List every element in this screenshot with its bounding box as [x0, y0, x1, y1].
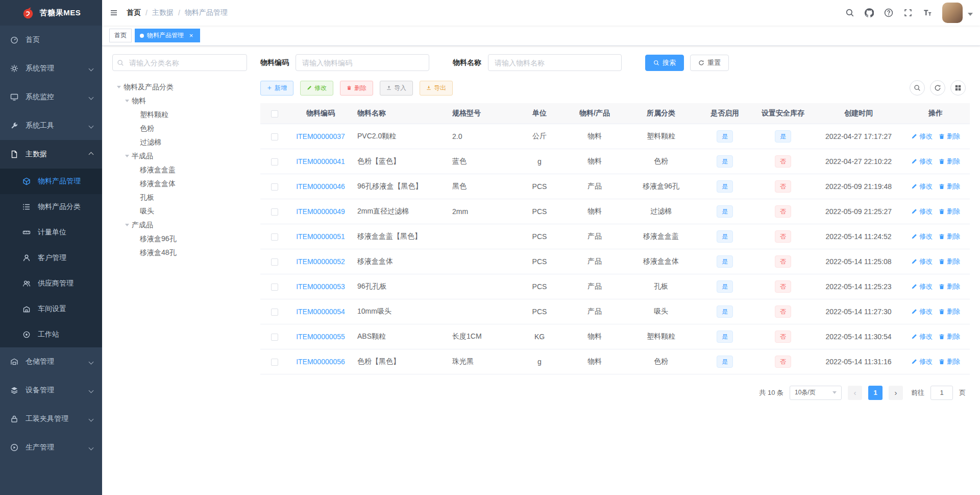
- app-logo[interactable]: 苦糖果MES: [0, 0, 102, 26]
- row-checkbox[interactable]: [271, 309, 278, 316]
- next-page-button[interactable]: [889, 386, 903, 400]
- add-button[interactable]: 新增: [260, 81, 293, 96]
- delete-link[interactable]: 删除: [939, 157, 960, 166]
- tree-node[interactable]: 塑料颗粒: [112, 108, 247, 122]
- delete-link[interactable]: 删除: [939, 357, 960, 366]
- item-code-link[interactable]: ITEM00000046: [296, 182, 345, 191]
- edit-link[interactable]: 修改: [911, 157, 933, 166]
- column-settings-button[interactable]: [950, 80, 966, 96]
- edit-link[interactable]: 修改: [911, 282, 933, 291]
- edit-link[interactable]: 修改: [911, 232, 933, 241]
- tree-node[interactable]: 产成品: [112, 218, 247, 232]
- sidebar-item-system-monitor[interactable]: 系统监控: [0, 83, 102, 111]
- tree-node[interactable]: 移液盒盒体: [112, 177, 247, 191]
- refresh-button[interactable]: [930, 80, 945, 96]
- tree-node[interactable]: 移液盒盒盖: [112, 163, 247, 177]
- search-button[interactable]: 搜索: [645, 55, 684, 71]
- sidebar-item-equipment-mgmt[interactable]: 设备管理: [0, 376, 102, 405]
- tree-node[interactable]: 移液盒48孔: [112, 246, 247, 260]
- sidebar-item-tooling-fixture-mgmt[interactable]: 工装夹具管理: [0, 405, 102, 433]
- tree-node[interactable]: 吸头: [112, 204, 247, 218]
- hamburger-icon[interactable]: [102, 0, 126, 26]
- help-icon[interactable]: [880, 0, 897, 26]
- font-size-icon[interactable]: [919, 0, 936, 26]
- edit-link[interactable]: 修改: [911, 257, 933, 266]
- sidebar-item-material-product-category[interactable]: 物料产品分类: [0, 194, 102, 220]
- row-checkbox[interactable]: [271, 284, 278, 291]
- close-icon[interactable]: [187, 32, 195, 39]
- row-checkbox[interactable]: [271, 334, 278, 341]
- tab-material-product-mgmt[interactable]: 物料产品管理: [135, 29, 200, 42]
- delete-link[interactable]: 删除: [939, 207, 960, 216]
- row-checkbox[interactable]: [271, 233, 278, 241]
- page-jump-input[interactable]: [930, 386, 953, 400]
- name-input[interactable]: [488, 54, 622, 71]
- delete-button[interactable]: 删除: [340, 81, 373, 96]
- page-size-select[interactable]: 10条/页: [790, 386, 842, 400]
- fullscreen-icon[interactable]: [899, 0, 917, 26]
- tree-node[interactable]: 半成品: [112, 149, 247, 163]
- sidebar-item-workshop-settings[interactable]: 车间设置: [0, 296, 102, 322]
- page-1-button[interactable]: 1: [868, 386, 883, 400]
- sidebar-item-system-mgmt[interactable]: 系统管理: [0, 54, 102, 83]
- item-code-link[interactable]: ITEM00000037: [296, 132, 345, 140]
- sidebar-item-system-tools[interactable]: 系统工具: [0, 111, 102, 140]
- item-code-link[interactable]: ITEM00000053: [296, 282, 345, 291]
- prev-page-button[interactable]: [848, 386, 862, 400]
- row-checkbox[interactable]: [271, 133, 278, 140]
- item-code-link[interactable]: ITEM00000054: [296, 308, 345, 316]
- code-input[interactable]: [296, 54, 429, 71]
- edit-link[interactable]: 修改: [911, 182, 933, 191]
- export-button[interactable]: 导出: [420, 81, 453, 96]
- delete-link[interactable]: 删除: [939, 307, 960, 316]
- sidebar-item-home[interactable]: 首页: [0, 26, 102, 54]
- tree-node[interactable]: 过滤棉: [112, 135, 247, 149]
- search-icon[interactable]: [841, 0, 859, 26]
- item-code-link[interactable]: ITEM00000052: [296, 257, 345, 266]
- select-all-checkbox[interactable]: [271, 110, 278, 117]
- sidebar-item-master-data[interactable]: 主数据: [0, 140, 102, 169]
- avatar[interactable]: [942, 3, 963, 23]
- sidebar-item-measure-unit[interactable]: 计量单位: [0, 220, 102, 245]
- edit-button[interactable]: 修改: [300, 81, 333, 96]
- delete-link[interactable]: 删除: [939, 132, 960, 141]
- delete-link[interactable]: 删除: [939, 257, 960, 266]
- item-code-link[interactable]: ITEM00000049: [296, 207, 345, 216]
- breadcrumb-home[interactable]: 首页: [127, 8, 141, 17]
- caret-down-icon[interactable]: [968, 13, 973, 18]
- import-button[interactable]: 导入: [380, 81, 413, 96]
- item-code-link[interactable]: ITEM00000041: [296, 157, 345, 166]
- sidebar-item-supplier-mgmt[interactable]: 供应商管理: [0, 271, 102, 296]
- edit-link[interactable]: 修改: [911, 357, 933, 366]
- tree-node[interactable]: 移液盒96孔: [112, 232, 247, 246]
- delete-link[interactable]: 删除: [939, 232, 960, 241]
- edit-link[interactable]: 修改: [911, 332, 933, 341]
- sidebar-item-customer-mgmt[interactable]: 客户管理: [0, 245, 102, 271]
- reset-button[interactable]: 重置: [690, 55, 729, 71]
- item-code-link[interactable]: ITEM00000056: [296, 358, 345, 366]
- item-code-link[interactable]: ITEM00000055: [296, 333, 345, 341]
- breadcrumb-master-data[interactable]: 主数据: [152, 8, 174, 17]
- tab-home[interactable]: 首页: [109, 29, 132, 42]
- github-icon[interactable]: [861, 0, 878, 26]
- category-search-input[interactable]: [112, 54, 247, 71]
- item-code-link[interactable]: ITEM00000051: [296, 232, 345, 241]
- toggle-search-button[interactable]: [910, 80, 925, 96]
- tree-node[interactable]: 物料: [112, 94, 247, 108]
- delete-link[interactable]: 删除: [939, 182, 960, 191]
- edit-link[interactable]: 修改: [911, 207, 933, 216]
- tree-node[interactable]: 色粉: [112, 122, 247, 135]
- edit-link[interactable]: 修改: [911, 132, 933, 141]
- edit-link[interactable]: 修改: [911, 307, 933, 316]
- tree-node[interactable]: 孔板: [112, 191, 247, 204]
- sidebar-item-workstation[interactable]: 工作站: [0, 322, 102, 347]
- row-checkbox[interactable]: [271, 183, 278, 191]
- sidebar-item-production-mgmt[interactable]: 生产管理: [0, 433, 102, 462]
- row-checkbox[interactable]: [271, 158, 278, 166]
- row-checkbox[interactable]: [271, 208, 278, 216]
- delete-link[interactable]: 删除: [939, 332, 960, 341]
- sidebar-item-warehouse-mgmt[interactable]: 仓储管理: [0, 347, 102, 376]
- row-checkbox[interactable]: [271, 359, 278, 366]
- row-checkbox[interactable]: [271, 258, 278, 266]
- delete-link[interactable]: 删除: [939, 282, 960, 291]
